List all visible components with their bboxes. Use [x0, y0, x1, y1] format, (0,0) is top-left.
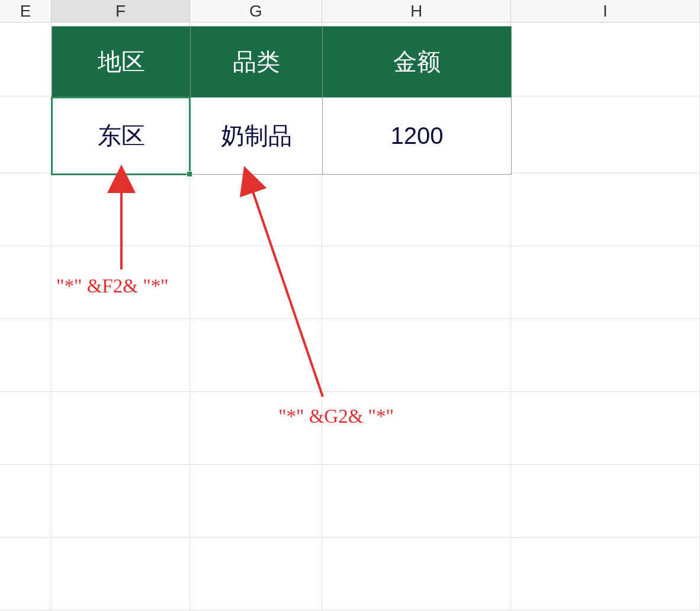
cell-I5[interactable]	[511, 319, 700, 391]
cell-I7[interactable]	[511, 465, 700, 537]
cell-H3[interactable]	[322, 173, 511, 246]
cell-H5[interactable]	[322, 319, 511, 391]
cell-I3[interactable]	[511, 173, 700, 246]
cell-H4[interactable]	[322, 246, 511, 319]
cell-F7[interactable]	[52, 465, 190, 537]
header-category[interactable]: 品类	[191, 27, 323, 98]
cell-I1[interactable]	[511, 22, 700, 96]
col-header-G[interactable]: G	[190, 0, 322, 22]
cell-E6[interactable]	[0, 392, 52, 464]
cell-G4[interactable]	[190, 246, 322, 319]
cell-F3[interactable]	[52, 173, 190, 246]
grid-row-3	[0, 173, 700, 246]
header-amount[interactable]: 金额	[323, 27, 512, 98]
data-category[interactable]: 奶制品	[191, 98, 323, 175]
cell-F8[interactable]	[52, 538, 190, 610]
cell-E7[interactable]	[0, 465, 52, 537]
grid-row-8	[0, 538, 700, 610]
cell-I4[interactable]	[511, 246, 700, 319]
col-header-F[interactable]: F	[52, 0, 190, 22]
table-header-row: 地区 品类 金额	[52, 27, 512, 98]
header-region[interactable]: 地区	[52, 27, 191, 98]
data-table: 地区 品类 金额 东区 奶制品 1200	[52, 26, 512, 175]
col-header-E[interactable]: E	[0, 0, 52, 22]
cell-G6[interactable]	[190, 392, 322, 464]
cell-H8[interactable]	[322, 538, 511, 610]
annotation-formula-F2: "*" &F2& "*"	[56, 275, 169, 297]
data-table-overlay: 地区 品类 金额 东区 奶制品 1200	[52, 26, 512, 175]
grid-row-5	[0, 319, 700, 392]
cell-H7[interactable]	[322, 465, 511, 537]
cell-G8[interactable]	[190, 538, 322, 610]
cell-E2[interactable]	[0, 97, 52, 173]
cell-G7[interactable]	[190, 465, 322, 537]
cell-F6[interactable]	[52, 392, 190, 464]
column-headers-row: E F G H I	[0, 0, 700, 22]
annotation-formula-G2: "*" &G2& "*"	[278, 406, 394, 427]
cell-E8[interactable]	[0, 538, 52, 610]
cell-G3[interactable]	[190, 173, 322, 246]
data-region[interactable]: 东区	[52, 98, 191, 175]
data-amount[interactable]: 1200	[323, 98, 512, 175]
cell-H6[interactable]	[322, 392, 511, 464]
cell-E1[interactable]	[0, 22, 52, 96]
col-header-I[interactable]: I	[511, 0, 700, 22]
grid-row-6	[0, 392, 700, 465]
cell-F5[interactable]	[52, 319, 190, 391]
cell-I8[interactable]	[511, 538, 700, 610]
col-header-H[interactable]: H	[322, 0, 511, 22]
table-data-row: 东区 奶制品 1200	[52, 98, 512, 175]
cell-E3[interactable]	[0, 173, 52, 246]
cell-E5[interactable]	[0, 319, 52, 391]
grid-row-7	[0, 465, 700, 538]
cell-E4[interactable]	[0, 246, 52, 319]
cell-I6[interactable]	[511, 392, 700, 464]
cell-I2[interactable]	[511, 97, 700, 173]
cell-G5[interactable]	[190, 319, 322, 391]
